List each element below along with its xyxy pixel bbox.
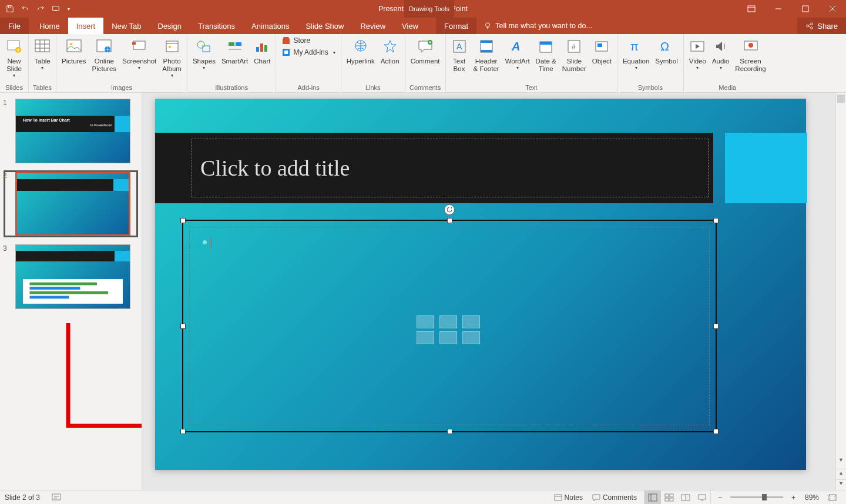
rotate-handle-icon[interactable] <box>444 204 455 215</box>
screen-recording-button[interactable]: Screen Recording <box>733 35 768 74</box>
next-slide-icon[interactable]: ▾ <box>836 479 846 490</box>
svg-rect-22 <box>236 42 241 46</box>
svg-text:A: A <box>511 40 520 53</box>
vertical-scrollbar[interactable]: ▲ ▼ ▴▾ <box>835 93 846 490</box>
symbol-button[interactable]: ΩSymbol <box>653 35 680 66</box>
header-footer-button[interactable]: Header & Footer <box>471 35 502 74</box>
thumbnail-slide-1[interactable]: 1 How To Insert Bar Chart In PowerPoint <box>5 99 137 163</box>
redo-icon[interactable] <box>34 2 47 15</box>
group-symbols: πEquation ΩSymbol Symbols <box>617 34 684 92</box>
store-button[interactable]: Store <box>279 35 337 46</box>
zoom-in-button[interactable]: + <box>787 490 800 505</box>
slide-canvas[interactable]: Click to add title <box>155 99 806 470</box>
insert-smartart-icon[interactable] <box>462 315 480 328</box>
normal-view-icon[interactable] <box>644 490 661 505</box>
resize-handle[interactable] <box>180 429 186 434</box>
insert-table-icon[interactable] <box>417 315 434 328</box>
resize-handle[interactable] <box>713 218 719 223</box>
slide-thumbnail-pane[interactable]: 1 How To Insert Bar Chart In PowerPoint … <box>0 93 142 490</box>
scroll-thumb[interactable] <box>837 95 845 103</box>
comments-button[interactable]: Comments <box>588 490 642 505</box>
close-button[interactable] <box>819 0 846 18</box>
ribbon-display-options-icon[interactable] <box>738 0 765 18</box>
equation-button[interactable]: πEquation <box>620 35 652 72</box>
audio-button[interactable]: Audio <box>710 35 731 72</box>
insert-chart-icon[interactable] <box>439 315 457 328</box>
tab-format[interactable]: Format <box>436 18 476 34</box>
tell-me-search[interactable]: Tell me what you want to do... <box>476 18 797 34</box>
smartart-button[interactable]: SmartArt <box>219 35 250 66</box>
slide-sorter-view-icon[interactable] <box>661 490 677 505</box>
pictures-button[interactable]: Pictures <box>59 35 89 66</box>
tab-design[interactable]: Design <box>150 18 190 34</box>
svg-rect-2 <box>748 6 755 12</box>
action-button[interactable]: Action <box>378 35 402 66</box>
share-button[interactable]: Share <box>797 18 846 34</box>
zoom-slider[interactable] <box>730 496 783 498</box>
screenshot-button[interactable]: Screenshot <box>120 35 159 72</box>
slide-indicator[interactable]: Slide 2 of 3 <box>5 493 40 502</box>
tab-transitions[interactable]: Transitions <box>190 18 243 34</box>
title-placeholder[interactable]: Click to add title <box>192 139 709 197</box>
scroll-down-icon[interactable]: ▼ <box>836 457 846 466</box>
svg-rect-16 <box>132 42 136 45</box>
tab-insert[interactable]: Insert <box>68 18 104 34</box>
title-bar: ▾ Presentation1 - PowerPoint Drawing Too… <box>0 0 846 18</box>
zoom-level[interactable]: 89% <box>800 490 824 505</box>
thumbnail-slide-3[interactable]: 3 <box>5 244 137 309</box>
qat-customize-icon[interactable]: ▾ <box>65 2 73 15</box>
resize-handle[interactable] <box>180 324 186 329</box>
resize-handle[interactable] <box>180 218 186 223</box>
comment-button[interactable]: Comment <box>408 35 442 66</box>
date-time-icon <box>538 36 553 56</box>
notes-button[interactable]: Notes <box>549 490 588 505</box>
tab-view[interactable]: View <box>394 18 427 34</box>
fit-to-window-icon[interactable] <box>824 490 841 505</box>
online-pictures-button[interactable]: Online Pictures <box>90 35 119 74</box>
chart-button[interactable]: Chart <box>251 35 273 66</box>
start-from-beginning-icon[interactable] <box>49 2 62 15</box>
dropdown-caret-icon <box>41 65 43 70</box>
insert-video-icon[interactable] <box>462 331 480 344</box>
group-images: Pictures Online Pictures Screenshot Phot… <box>56 34 187 92</box>
reading-view-icon[interactable] <box>677 490 694 505</box>
date-time-button[interactable]: Date & Time <box>533 35 559 74</box>
thumbnail-slide-2[interactable]: 2 <box>5 172 137 236</box>
tab-review[interactable]: Review <box>352 18 394 34</box>
my-addins-button[interactable]: My Add-ins▾ <box>279 47 337 58</box>
new-slide-button[interactable]: New Slide <box>3 35 25 80</box>
insert-online-pictures-icon[interactable] <box>439 331 457 344</box>
slide-editor[interactable]: Click to add title <box>142 93 846 490</box>
wordart-button[interactable]: AWordArt <box>503 35 532 72</box>
prev-slide-icon[interactable]: ▴ <box>836 469 846 479</box>
maximize-button[interactable] <box>792 0 819 18</box>
tab-animations[interactable]: Animations <box>243 18 297 34</box>
slide-number-button[interactable]: #Slide Number <box>560 35 589 74</box>
resize-handle[interactable] <box>447 218 452 223</box>
insert-pictures-icon[interactable] <box>417 331 434 344</box>
minimize-button[interactable] <box>765 0 792 18</box>
tab-newtab[interactable]: New Tab <box>103 18 149 34</box>
tab-file[interactable]: File <box>0 18 29 34</box>
tab-home[interactable]: Home <box>31 18 68 34</box>
zoom-knob[interactable] <box>762 494 767 500</box>
save-icon[interactable] <box>4 2 16 15</box>
svg-rect-37 <box>540 42 552 45</box>
zoom-out-button[interactable]: − <box>713 490 727 505</box>
resize-handle[interactable] <box>447 429 452 434</box>
shapes-button[interactable]: Shapes <box>190 35 218 72</box>
video-button[interactable]: Video <box>687 35 709 72</box>
content-placeholder[interactable] <box>182 220 717 432</box>
spell-check-icon[interactable] <box>47 490 66 505</box>
object-button[interactable]: Object <box>590 35 614 66</box>
resize-handle[interactable] <box>713 324 719 329</box>
resize-handle[interactable] <box>713 429 719 434</box>
tab-slideshow[interactable]: Slide Show <box>297 18 352 34</box>
hyperlink-button[interactable]: Hyperlink <box>344 35 377 66</box>
text-box-button[interactable]: AText Box <box>449 35 470 74</box>
undo-icon[interactable] <box>19 2 32 15</box>
photo-album-button[interactable]: Photo Album <box>160 35 184 80</box>
slideshow-view-icon[interactable] <box>694 490 710 505</box>
svg-text:A: A <box>456 42 462 51</box>
table-button[interactable]: Table <box>32 35 53 72</box>
